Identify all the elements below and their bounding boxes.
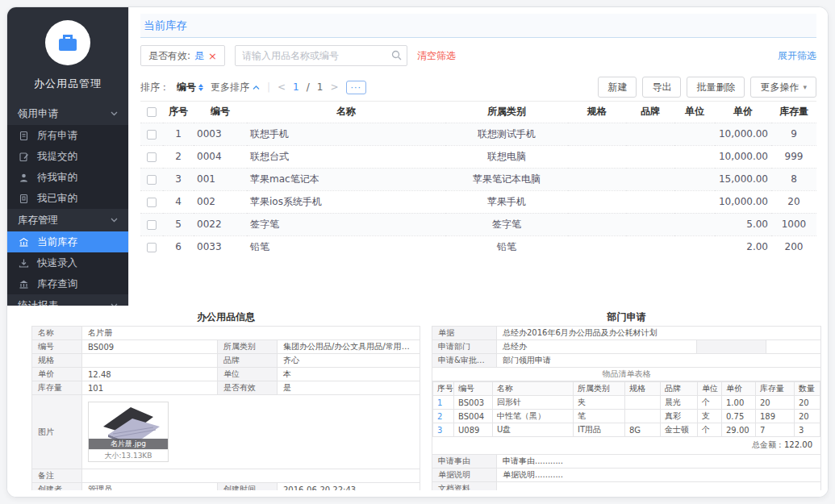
items-column-header: 单位 — [698, 382, 722, 396]
more-pages-button[interactable]: ··· — [346, 81, 367, 94]
table-row[interactable]: 6 0033 铅笔 铅笔 2.00 200 — [140, 235, 816, 258]
close-icon[interactable]: × — [208, 50, 217, 62]
cell-unit — [674, 190, 715, 213]
attachment-thumbnail[interactable]: 名片册.jpg 大小:13.13KB — [88, 402, 169, 462]
item-seq: 2 — [433, 410, 454, 423]
more-actions-button[interactable]: 更多操作 ▾ — [750, 77, 816, 98]
filter-chip-valid[interactable]: 是否有效: 是 × — [140, 45, 225, 66]
more-sort-button[interactable]: 更多排序 — [211, 81, 260, 94]
briefcase-logo-icon — [45, 20, 90, 65]
new-button[interactable]: 新建 — [598, 77, 637, 98]
sort-icon — [198, 84, 203, 91]
expand-filter-link[interactable]: 展开筛选 — [778, 49, 816, 63]
row-checkbox[interactable] — [147, 175, 157, 185]
item-unit: 支 — [698, 410, 722, 423]
cell-code: 0022 — [194, 213, 247, 235]
clear-filter-link[interactable]: 清空筛选 — [417, 49, 456, 63]
sidebar-item-all-requests[interactable]: 所有申请 — [7, 125, 128, 146]
name-value: 名片册 — [82, 327, 420, 340]
cell-price: 10,000.00 — [715, 145, 771, 168]
file-icon — [19, 131, 29, 141]
items-column-header: 所属类别 — [574, 382, 625, 396]
sidebar-section-requests[interactable]: 领用申请 — [7, 102, 128, 125]
sidebar-item-quick-entry[interactable]: 快速录入 — [7, 252, 128, 273]
inventory-table: 序号编号名称所属类别规格品牌单位单价库存量 1 0003 联想手机 联想测试手机 — [140, 102, 816, 258]
pager-next-button[interactable]: > — [330, 81, 338, 93]
sidebar-item-my-reviewed[interactable]: 我已审的 — [7, 188, 128, 209]
items-row[interactable]: 2 BS004 中性笔（黑） 笔 真彩 支 0.75 189 — [433, 410, 820, 423]
sidebar-section-inventory[interactable]: 库存管理 — [7, 209, 128, 231]
main-content: 当前库存 是否有效: 是 × 清空筛选 展开筛选 排序： 编号 — [128, 7, 828, 306]
items-row[interactable]: 1 BS003 回形针 夹 晨光 个 1.00 20 — [433, 396, 820, 410]
sidebar-item-my-submitted[interactable]: 我提交的 — [7, 146, 128, 167]
cell-stock: 999 — [771, 145, 816, 168]
sidebar-item-pending-my-review[interactable]: 待我审的 — [7, 167, 128, 188]
detail-area: 办公用品信息 名称 名片册 编号 BS009 所属类别 集团办公用品/办公文具用… — [7, 306, 828, 497]
column-header[interactable]: 单位 — [674, 102, 715, 123]
item-code: BS003 — [454, 396, 493, 410]
items-column-header: 库存量 — [756, 382, 795, 396]
sidebar-group-requests: 所有申请 我提交的 待我审的 我已审的 — [7, 125, 128, 209]
doc-value: 总经办2016年6月办公用品及办公耗材计划 — [497, 327, 821, 340]
pager-prev-button[interactable]: < — [278, 81, 286, 93]
item-stock: 189 — [756, 410, 795, 423]
dept-extra-cell — [697, 340, 766, 354]
row-checkbox[interactable] — [147, 152, 157, 162]
cell-category: 苹果笔记本电脑 — [445, 168, 568, 190]
column-header[interactable]: 编号 — [194, 102, 247, 123]
photo-label: 图片 — [32, 395, 82, 469]
search-input[interactable] — [235, 45, 407, 66]
table-row[interactable]: 1 0003 联想手机 联想测试手机 10,000.00 9 — [140, 123, 816, 145]
inventory-table-wrap: 序号编号名称所属类别规格品牌单位单价库存量 1 0003 联想手机 联想测试手机 — [140, 101, 816, 306]
column-header[interactable]: 库存量 — [771, 102, 816, 123]
item-price: 0.75 — [722, 410, 756, 423]
column-header[interactable]: 品牌 — [626, 102, 674, 123]
search-icon[interactable] — [391, 50, 402, 63]
creator-label: 创建者 — [32, 483, 82, 491]
code-value: BS009 — [82, 340, 218, 354]
sidebar-group-inventory: 当前库存 快速录入 库存查询 — [7, 231, 128, 294]
column-header[interactable]: 单价 — [715, 102, 771, 123]
sort-field-button[interactable]: 编号 — [177, 81, 203, 94]
column-header[interactable]: 名称 — [247, 102, 445, 123]
row-checkbox[interactable] — [147, 243, 157, 252]
batch-delete-button[interactable]: 批量删除 — [687, 77, 745, 98]
table-row[interactable]: 5 0022 签字笔 签字笔 5.00 1000 — [140, 213, 816, 235]
table-row[interactable]: 4 002 苹果ios系统手机 苹果手机 10,000.00 20 — [140, 190, 816, 213]
column-header[interactable]: 规格 — [568, 102, 626, 123]
item-unit: 个 — [698, 396, 722, 410]
cell-seq: 5 — [163, 213, 194, 235]
cell-spec — [568, 145, 626, 168]
row-checkbox[interactable] — [147, 130, 157, 140]
select-all-checkbox[interactable] — [147, 107, 157, 117]
attachment-filename: 名片册.jpg — [89, 439, 168, 449]
cell-brand — [626, 235, 674, 258]
row-checkbox[interactable] — [147, 220, 157, 230]
export-button[interactable]: 导出 — [642, 77, 681, 98]
cell-code: 0033 — [194, 235, 247, 258]
total-amount: 总金额：122.00 — [432, 437, 820, 454]
sidebar-item-inventory-query[interactable]: 库存查询 — [7, 273, 128, 294]
note-label: 单据说明 — [432, 469, 497, 482]
code-label: 编号 — [32, 340, 82, 354]
column-header[interactable]: 序号 — [163, 102, 194, 123]
stock-label: 库存量 — [32, 381, 82, 395]
flow-value: 部门领用申请 — [497, 354, 821, 368]
creator-value: 管理员 — [82, 483, 218, 491]
cell-spec — [568, 190, 626, 213]
table-row[interactable]: 2 0004 联想台式 联想电脑 10,000.00 999 — [140, 145, 816, 168]
item-stock: 7 — [756, 423, 795, 437]
items-column-header: 规格 — [625, 382, 661, 396]
column-header[interactable]: 所属类别 — [445, 102, 568, 123]
user-icon — [19, 173, 29, 183]
row-checkbox[interactable] — [147, 198, 157, 207]
item-name: 回形针 — [493, 396, 574, 410]
table-row[interactable]: 3 001 苹果mac笔记本 苹果笔记本电脑 15,000.00 8 — [140, 168, 816, 190]
sidebar-section-reports[interactable]: 统计报表 — [7, 294, 128, 306]
cell-name: 铅笔 — [247, 235, 445, 258]
item-qty: 20 — [795, 410, 820, 423]
sidebar-item-current-inventory[interactable]: 当前库存 — [7, 231, 128, 252]
created-value: 2016-06-20 22:43 — [278, 483, 420, 491]
items-row[interactable]: 3 U089 U盘 IT用品 8G 金士顿 个 29.00 7 — [433, 423, 820, 437]
cell-unit — [674, 213, 715, 235]
